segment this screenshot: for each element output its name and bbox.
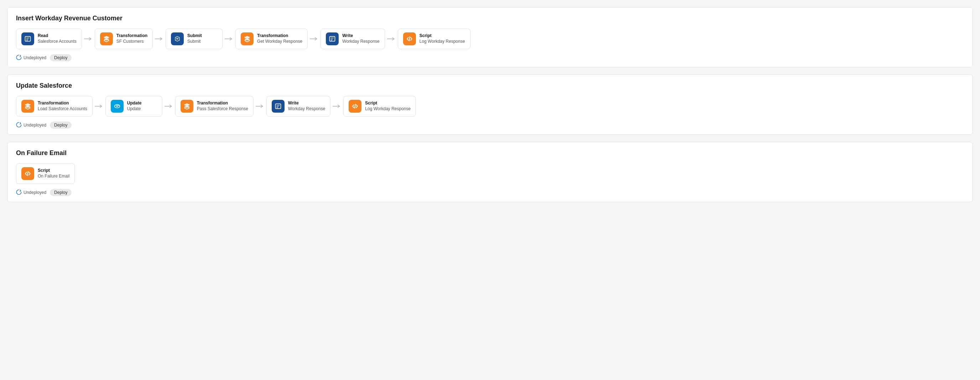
step-name-label: Pass Salesforce Response bbox=[197, 106, 248, 112]
step-name-label: Submit bbox=[187, 39, 202, 45]
deploy-button[interactable]: Deploy bbox=[50, 189, 72, 196]
undeployed-icon bbox=[16, 189, 22, 196]
step-card-script-log[interactable]: ScriptLog Workday Response bbox=[398, 29, 471, 49]
step-name-label: Update bbox=[127, 106, 142, 112]
step-card-update-update[interactable]: SF UpdateUpdate bbox=[105, 96, 162, 117]
step-text: ScriptLog Workday Response bbox=[365, 101, 410, 112]
workflow-container: Insert Workday Revenue Customer ReadSale… bbox=[7, 7, 973, 202]
section-update-salesforce: Update Salesforce TransformationLoad Sal… bbox=[7, 75, 973, 135]
step-card-transform-sf[interactable]: TransformationSF Customers bbox=[95, 29, 153, 49]
svg-line-33 bbox=[355, 104, 356, 109]
submit-icon: W bbox=[171, 32, 184, 45]
steps-row: ReadSalesforce Accounts TransformationSF… bbox=[16, 29, 964, 49]
read-icon bbox=[21, 32, 34, 45]
step-text: WriteWorkday Response bbox=[288, 101, 326, 112]
step-card-write-workday2[interactable]: WriteWorkday Response bbox=[266, 96, 331, 117]
svg-text:SF: SF bbox=[116, 105, 118, 107]
section-on-failure-email: On Failure Email ScriptOn Failure Email … bbox=[7, 142, 973, 202]
svg-text:W: W bbox=[176, 37, 179, 40]
step-arrow bbox=[162, 104, 175, 109]
step-type-label: Transformation bbox=[197, 101, 248, 106]
step-name-label: Get Workday Response bbox=[257, 39, 302, 45]
undeployed-label: Undeployed bbox=[24, 190, 46, 195]
step-name-label: Workday Response bbox=[342, 39, 380, 45]
transformation-icon bbox=[181, 100, 193, 113]
script-icon bbox=[21, 167, 34, 180]
step-name-label: Log Workday Response bbox=[365, 106, 410, 112]
deploy-button[interactable]: Deploy bbox=[50, 121, 72, 129]
undeployed-status: Undeployed bbox=[16, 189, 46, 196]
step-text: TransformationLoad Salesforce Accounts bbox=[38, 101, 87, 112]
step-arrow bbox=[223, 36, 235, 42]
undeployed-icon bbox=[16, 54, 22, 61]
svg-line-18 bbox=[409, 37, 410, 41]
update-icon: SF bbox=[111, 100, 124, 113]
step-type-label: Write bbox=[288, 101, 326, 106]
step-arrow bbox=[253, 104, 266, 109]
step-arrow bbox=[92, 104, 105, 109]
section-title: On Failure Email bbox=[16, 149, 964, 157]
step-card-transform-pass[interactable]: TransformationPass Salesforce Response bbox=[175, 96, 253, 117]
section-footer: UndeployedDeploy bbox=[16, 121, 964, 129]
undeployed-status: Undeployed bbox=[16, 54, 46, 61]
step-text: TransformationGet Workday Response bbox=[257, 33, 302, 44]
step-name-label: Salesforce Accounts bbox=[38, 39, 76, 45]
step-card-script-log2[interactable]: ScriptLog Workday Response bbox=[343, 96, 416, 117]
step-name-label: On Failure Email bbox=[38, 174, 70, 179]
step-type-label: Write bbox=[342, 33, 380, 39]
step-text: ReadSalesforce Accounts bbox=[38, 33, 76, 44]
step-type-label: Script bbox=[365, 101, 410, 106]
write-icon bbox=[326, 32, 339, 45]
step-card-transform-get[interactable]: TransformationGet Workday Response bbox=[235, 29, 308, 49]
section-footer: UndeployedDeploy bbox=[16, 189, 964, 196]
step-arrow bbox=[331, 104, 343, 109]
script-icon bbox=[348, 100, 361, 113]
step-arrow bbox=[308, 36, 320, 42]
steps-row: TransformationLoad Salesforce Accounts S… bbox=[16, 96, 964, 117]
undeployed-label: Undeployed bbox=[24, 123, 46, 128]
script-icon bbox=[403, 32, 416, 45]
step-text: TransformationSF Customers bbox=[116, 33, 148, 44]
steps-row: ScriptOn Failure Email bbox=[16, 163, 964, 184]
step-text: WriteWorkday Response bbox=[342, 33, 380, 44]
step-arrow bbox=[82, 36, 95, 42]
step-type-label: Transformation bbox=[116, 33, 148, 39]
section-insert-workday: Insert Workday Revenue Customer ReadSale… bbox=[7, 7, 973, 67]
step-text: SubmitSubmit bbox=[187, 33, 202, 44]
step-type-label: Script bbox=[420, 33, 465, 39]
section-footer: UndeployedDeploy bbox=[16, 54, 964, 61]
deploy-button[interactable]: Deploy bbox=[50, 54, 72, 61]
undeployed-icon bbox=[16, 122, 22, 129]
step-name-label: Load Salesforce Accounts bbox=[38, 106, 87, 112]
step-card-transform-load[interactable]: TransformationLoad Salesforce Accounts bbox=[16, 96, 92, 117]
transformation-icon bbox=[100, 32, 113, 45]
step-type-label: Read bbox=[38, 33, 76, 39]
step-type-label: Transformation bbox=[38, 101, 87, 106]
step-card-script-email[interactable]: ScriptOn Failure Email bbox=[16, 163, 75, 184]
step-text: UpdateUpdate bbox=[127, 101, 142, 112]
step-type-label: Update bbox=[127, 101, 142, 106]
transformation-icon bbox=[241, 32, 253, 45]
svg-line-34 bbox=[27, 171, 28, 176]
step-type-label: Submit bbox=[187, 33, 202, 39]
step-card-read-sf[interactable]: ReadSalesforce Accounts bbox=[16, 29, 82, 49]
step-arrow bbox=[153, 36, 165, 42]
step-card-submit-submit[interactable]: W SubmitSubmit bbox=[165, 29, 223, 49]
section-title: Insert Workday Revenue Customer bbox=[16, 14, 964, 22]
step-type-label: Transformation bbox=[257, 33, 302, 39]
transformation-icon bbox=[21, 100, 34, 113]
write-icon bbox=[272, 100, 285, 113]
step-name-label: Log Workday Response bbox=[420, 39, 465, 45]
step-type-label: Script bbox=[38, 168, 70, 174]
step-text: ScriptOn Failure Email bbox=[38, 168, 70, 179]
step-name-label: SF Customers bbox=[116, 39, 148, 45]
step-card-write-workday[interactable]: WriteWorkday Response bbox=[320, 29, 385, 49]
section-title: Update Salesforce bbox=[16, 82, 964, 89]
step-arrow bbox=[385, 36, 398, 42]
step-text: ScriptLog Workday Response bbox=[420, 33, 465, 44]
undeployed-label: Undeployed bbox=[24, 55, 46, 60]
step-text: TransformationPass Salesforce Response bbox=[197, 101, 248, 112]
undeployed-status: Undeployed bbox=[16, 122, 46, 129]
step-name-label: Workday Response bbox=[288, 106, 326, 112]
